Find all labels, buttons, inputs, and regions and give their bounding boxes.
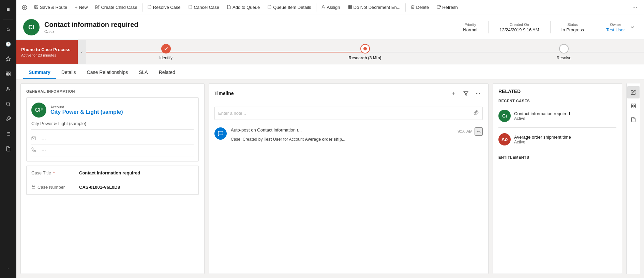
svg-rect-24 bbox=[634, 104, 635, 106]
left-panel: GENERAL INFORMATION CP Account City Powe… bbox=[20, 83, 205, 274]
timeline-header: Timeline + ··· bbox=[209, 84, 488, 103]
do-not-decrement-button[interactable]: Do Not Decrement En... bbox=[344, 3, 404, 12]
tab-sla[interactable]: SLA bbox=[133, 66, 153, 79]
right-panel: RELATED RECENT CASES Ci Contact informat… bbox=[493, 83, 622, 274]
center-panel: Timeline + ··· Enter a note... bbox=[209, 83, 489, 274]
record-title: Contact information required bbox=[44, 21, 463, 29]
svg-point-4 bbox=[7, 87, 9, 89]
meta-priority: Priority Normal bbox=[463, 22, 477, 32]
meta-sep-3 bbox=[595, 21, 595, 33]
tools-icon[interactable] bbox=[1, 112, 15, 126]
notes-icon[interactable] bbox=[1, 142, 15, 156]
case-number-label: Case Number bbox=[31, 185, 79, 190]
stage-research[interactable]: Research (3 Min) bbox=[232, 44, 498, 60]
general-info-section: GENERAL INFORMATION CP Account City Powe… bbox=[21, 84, 204, 200]
tab-summary[interactable]: Summary bbox=[23, 66, 56, 79]
create-child-case-button[interactable]: Create Child Case bbox=[92, 3, 140, 12]
related-case-0-name: Contact information required bbox=[514, 111, 616, 116]
stage-resolve[interactable]: Resolve bbox=[498, 44, 630, 60]
back-icon[interactable] bbox=[19, 2, 30, 13]
account-email-field: --- bbox=[31, 133, 194, 145]
queue-item-details-button[interactable]: Queue Item Details bbox=[264, 3, 314, 12]
timeline-note-placeholder: Enter a note... bbox=[218, 111, 471, 116]
separator-3 bbox=[405, 3, 406, 12]
entities-icon[interactable] bbox=[1, 67, 15, 81]
svg-rect-18 bbox=[348, 7, 349, 9]
svg-rect-1 bbox=[9, 72, 10, 74]
timeline-item-body: Auto-post on Contact information r... 9:… bbox=[231, 127, 483, 142]
tabs-bar: Summary Details Case Relationships SLA R… bbox=[16, 64, 644, 79]
meta-owner: Owner Test User bbox=[606, 22, 625, 32]
refresh-button[interactable]: Refresh bbox=[433, 3, 461, 12]
more-options-button[interactable]: ··· bbox=[629, 2, 641, 13]
case-title-row: Case Title * Contact information require… bbox=[27, 166, 198, 180]
stage-circle-identify bbox=[161, 44, 171, 53]
cancel-icon bbox=[188, 5, 193, 10]
tab-details[interactable]: Details bbox=[56, 66, 81, 79]
recent-icon[interactable]: 🕐 bbox=[1, 37, 15, 51]
related-section: RELATED RECENT CASES Ci Contact informat… bbox=[493, 84, 622, 168]
timeline-item: Auto-post on Contact information r... 9:… bbox=[209, 123, 488, 146]
edit-right-sidebar-btn[interactable] bbox=[627, 86, 640, 98]
entitlements-title: ENTITLEMENTS bbox=[498, 155, 616, 159]
account-info: Account City Power & Light (sample) bbox=[50, 105, 194, 115]
phone-icon bbox=[31, 148, 38, 153]
resolve-case-button[interactable]: Resolve Case bbox=[144, 3, 184, 12]
svg-rect-21 bbox=[32, 187, 35, 189]
svg-rect-16 bbox=[348, 5, 349, 6]
case-number-row: Case Number CAS-01001-V6L0D8 bbox=[27, 180, 198, 195]
hamburger-icon[interactable]: ≡ bbox=[1, 3, 15, 16]
timeline-more-button[interactable]: ··· bbox=[473, 89, 483, 98]
queue-details-icon bbox=[267, 5, 272, 10]
account-header: CP Account City Power & Light (sample) bbox=[31, 103, 194, 118]
related-case-0-info: Contact information required Active bbox=[514, 111, 616, 121]
timeline-note-input[interactable]: Enter a note... bbox=[214, 107, 483, 120]
record-meta: Priority Normal Created On 12/24/2019 9:… bbox=[463, 21, 625, 33]
tab-case-relationships[interactable]: Case Relationships bbox=[81, 66, 134, 79]
tab-related[interactable]: Related bbox=[153, 66, 181, 79]
content-area: GENERAL INFORMATION CP Account City Powe… bbox=[16, 79, 644, 278]
record-subtitle: Case bbox=[44, 29, 463, 34]
add-to-queue-button[interactable]: Add to Queue bbox=[223, 3, 263, 12]
svg-rect-23 bbox=[631, 104, 633, 106]
stage-circle-resolve bbox=[559, 44, 569, 53]
new-icon: + bbox=[75, 5, 77, 10]
assign-icon bbox=[321, 5, 326, 10]
sidebar-divider bbox=[3, 19, 13, 19]
svg-rect-3 bbox=[9, 74, 10, 76]
doc-right-sidebar-btn[interactable] bbox=[627, 113, 640, 126]
lock-icon bbox=[31, 185, 35, 190]
related-case-0[interactable]: Ci Contact information required Active bbox=[498, 107, 616, 125]
record-title-area: Contact information required Case bbox=[44, 21, 463, 34]
timeline-add-button[interactable]: + bbox=[449, 89, 458, 98]
process-chevron-btn[interactable]: ‹ bbox=[78, 40, 86, 64]
meta-sep-1 bbox=[488, 21, 489, 33]
timeline-item-reply-button[interactable] bbox=[475, 127, 483, 136]
case-title-value: Contact information required bbox=[79, 170, 194, 175]
home-icon[interactable]: ⌂ bbox=[1, 22, 15, 36]
related-case-1-name: Average order shipment time bbox=[514, 135, 616, 140]
pin-icon[interactable] bbox=[1, 52, 15, 66]
timeline-filter-button[interactable] bbox=[461, 89, 470, 98]
delete-button[interactable]: Delete bbox=[407, 3, 433, 12]
create-child-icon bbox=[95, 5, 100, 10]
new-button[interactable]: + New bbox=[71, 3, 91, 12]
attachment-icon bbox=[474, 110, 479, 117]
cancel-case-button[interactable]: Cancel Case bbox=[185, 3, 223, 12]
search-icon[interactable] bbox=[1, 97, 15, 111]
account-phone-value: --- bbox=[42, 148, 46, 153]
header-chevron[interactable] bbox=[628, 22, 637, 32]
record-avatar: CI bbox=[23, 19, 40, 35]
assign-button[interactable]: Assign bbox=[318, 3, 344, 12]
list-icon[interactable] bbox=[1, 127, 15, 141]
account-avatar: CP bbox=[31, 103, 46, 118]
svg-rect-2 bbox=[6, 74, 8, 76]
do-not-decrement-icon bbox=[348, 5, 352, 10]
contact-icon[interactable] bbox=[1, 82, 15, 96]
grid-right-sidebar-btn[interactable] bbox=[627, 100, 640, 112]
save-route-button[interactable]: Save & Route bbox=[31, 3, 71, 12]
stage-identify[interactable]: Identify bbox=[100, 44, 232, 60]
related-case-1[interactable]: Ao Average order shipment time Active bbox=[498, 130, 616, 148]
related-divider-2 bbox=[498, 151, 616, 151]
timeline-item-avatar bbox=[214, 127, 227, 140]
